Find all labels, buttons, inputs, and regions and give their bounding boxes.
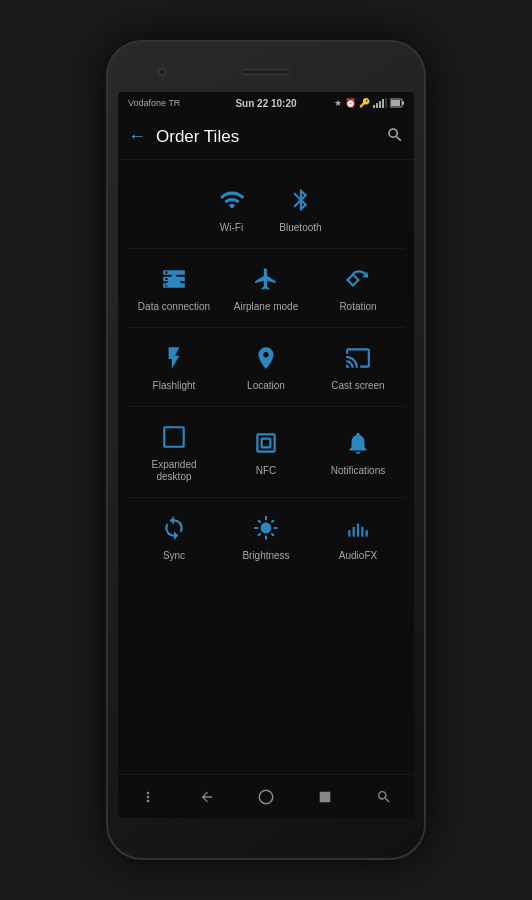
tiles-content: Wi-Fi Bluetooth [118, 160, 414, 774]
svg-rect-7 [391, 100, 400, 106]
tile-cast[interactable]: Cast screen [318, 342, 398, 392]
tile-brightness[interactable]: Brightness [226, 512, 306, 562]
nav-search-icon [376, 789, 392, 805]
speaker [241, 69, 291, 75]
tile-location[interactable]: Location [226, 342, 306, 392]
flashlight-icon [161, 342, 187, 374]
svg-rect-2 [379, 101, 381, 108]
svg-rect-0 [373, 105, 375, 108]
phone-top-bar [118, 52, 414, 92]
nav-search-button[interactable] [369, 782, 399, 812]
tile-audiofx[interactable]: AudioFX [318, 512, 398, 562]
nav-recents-icon [318, 790, 332, 804]
star-icon: ★ [334, 98, 342, 108]
tile-bluetooth[interactable]: Bluetooth [266, 184, 335, 234]
tile-sync[interactable]: Sync [134, 512, 214, 562]
search-button[interactable] [386, 126, 404, 148]
key-icon: 🔑 [359, 98, 370, 108]
svg-rect-13 [357, 524, 359, 537]
wifi-label: Wi-Fi [220, 222, 243, 234]
nav-home-icon [257, 788, 275, 806]
tiles-row-0: Wi-Fi Bluetooth [118, 170, 414, 248]
nfc-label: NFC [256, 465, 277, 477]
battery-icon [390, 98, 404, 108]
carrier-text: Vodafone TR [128, 98, 180, 108]
audiofx-label: AudioFX [339, 550, 377, 562]
menu-button[interactable] [133, 782, 163, 812]
back-button[interactable]: ← [128, 126, 146, 147]
svg-rect-12 [353, 527, 355, 537]
tiles-row-1: Data connection Airplane mode [118, 249, 414, 327]
location-label: Location [247, 380, 285, 392]
tile-flashlight[interactable]: Flashlight [134, 342, 214, 392]
status-bar: Vodafone TR Sun 22 10:20 ★ ⏰ 🔑 [118, 92, 414, 114]
svg-rect-15 [366, 530, 368, 537]
nav-bar [118, 774, 414, 818]
signal-icon [373, 98, 387, 108]
tile-airplane[interactable]: Airplane mode [226, 263, 306, 313]
nfc-icon [253, 427, 279, 459]
desktop-icon [161, 421, 187, 453]
bluetooth-icon [288, 184, 314, 216]
brightness-icon [253, 512, 279, 544]
sync-icon [161, 512, 187, 544]
rotation-icon [345, 263, 371, 295]
data-icon [161, 263, 187, 295]
search-icon [386, 126, 404, 144]
wifi-icon [219, 184, 245, 216]
app-bar: ← Order Tiles [118, 114, 414, 160]
page-title: Order Tiles [156, 127, 386, 147]
notifications-icon [345, 427, 371, 459]
svg-rect-17 [320, 791, 331, 802]
status-time: Sun 22 10:20 [235, 98, 296, 109]
menu-icon [140, 789, 156, 805]
svg-rect-3 [382, 99, 384, 108]
cast-label: Cast screen [331, 380, 384, 392]
nav-back-button[interactable] [192, 782, 222, 812]
svg-rect-11 [348, 530, 350, 537]
alarm-icon: ⏰ [345, 98, 356, 108]
svg-rect-10 [262, 439, 271, 448]
svg-point-16 [259, 790, 273, 804]
desktop-label: Expanded desktop [134, 459, 214, 483]
svg-rect-8 [164, 427, 184, 447]
nav-home-button[interactable] [251, 782, 281, 812]
airplane-label: Airplane mode [234, 301, 298, 313]
tile-desktop[interactable]: Expanded desktop [134, 421, 214, 483]
tiles-row-3: Expanded desktop NFC [118, 407, 414, 497]
svg-rect-4 [385, 98, 387, 108]
nav-recents-button[interactable] [310, 782, 340, 812]
phone-device: Vodafone TR Sun 22 10:20 ★ ⏰ 🔑 [106, 40, 426, 860]
camera [158, 68, 166, 76]
brightness-label: Brightness [242, 550, 289, 562]
phone-screen: Vodafone TR Sun 22 10:20 ★ ⏰ 🔑 [118, 92, 414, 818]
tile-nfc[interactable]: NFC [226, 427, 306, 477]
rotation-label: Rotation [339, 301, 376, 313]
flashlight-label: Flashlight [153, 380, 196, 392]
tile-wifi[interactable]: Wi-Fi [197, 184, 266, 234]
airplane-icon [253, 263, 279, 295]
bluetooth-label: Bluetooth [279, 222, 321, 234]
status-icons: ★ ⏰ 🔑 [334, 98, 404, 108]
sync-label: Sync [163, 550, 185, 562]
svg-rect-6 [402, 101, 404, 105]
notifications-label: Notifications [331, 465, 385, 477]
audiofx-icon [345, 512, 371, 544]
svg-rect-14 [361, 527, 363, 537]
location-icon [253, 342, 279, 374]
tile-data[interactable]: Data connection [134, 263, 214, 313]
svg-rect-9 [257, 434, 274, 451]
svg-rect-1 [376, 103, 378, 108]
nav-back-icon [199, 789, 215, 805]
tile-rotation[interactable]: Rotation [318, 263, 398, 313]
data-label: Data connection [138, 301, 210, 313]
tiles-row-2: Flashlight Location [118, 328, 414, 406]
tile-notifications[interactable]: Notifications [318, 427, 398, 477]
tiles-row-4: Sync Brightness [118, 498, 414, 576]
cast-icon [345, 342, 371, 374]
